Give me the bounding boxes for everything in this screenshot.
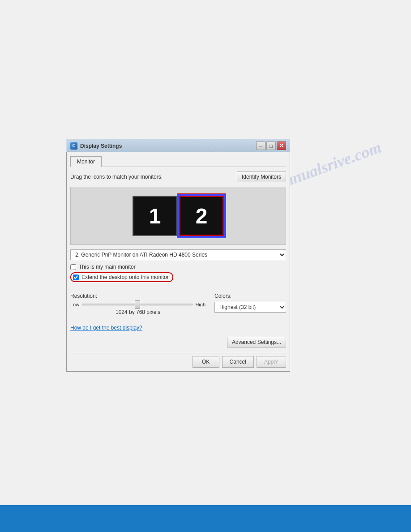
extend-desktop-row: Extend the desktop onto this monitor bbox=[70, 272, 173, 282]
monitor-select[interactable]: 2. Generic PnP Monitor on ATI Radeon HD … bbox=[70, 249, 286, 260]
monitor-dropdown-row: 2. Generic PnP Monitor on ATI Radeon HD … bbox=[70, 249, 286, 260]
extend-row-wrapper: Extend the desktop onto this monitor bbox=[70, 272, 286, 287]
resolution-value: 1024 by 768 pixels bbox=[70, 309, 206, 315]
slider-high-label: High bbox=[195, 302, 206, 307]
checkboxes-area: This is my main monitor Extend the deskt… bbox=[70, 264, 286, 287]
main-monitor-row: This is my main monitor bbox=[70, 264, 286, 270]
colors-column: Colors: Highest (32 bit) bbox=[214, 293, 286, 320]
maximize-button[interactable]: □ bbox=[266, 142, 276, 150]
monitor-1[interactable]: 1 bbox=[133, 196, 177, 236]
close-button[interactable]: ✕ bbox=[277, 142, 286, 150]
bottom-bar bbox=[0, 505, 411, 532]
extend-desktop-checkbox[interactable] bbox=[73, 275, 79, 280]
extend-desktop-label: Extend the desktop onto this monitor bbox=[81, 274, 169, 280]
dialog-title: Display Settings bbox=[80, 143, 256, 149]
resolution-column: Resolution: Low High 1024 by 768 pixels bbox=[70, 293, 206, 320]
resolution-label: Resolution: bbox=[70, 293, 206, 299]
tab-monitor[interactable]: Monitor bbox=[70, 156, 102, 167]
colors-label: Colors: bbox=[214, 293, 286, 299]
colors-select[interactable]: Highest (32 bit) bbox=[214, 302, 286, 313]
title-bar: C Display Settings ─ □ ✕ bbox=[66, 139, 290, 152]
monitors-area: 1 2 bbox=[70, 187, 286, 245]
minimize-button[interactable]: ─ bbox=[256, 142, 265, 150]
tab-bar: Monitor bbox=[70, 156, 286, 167]
monitor-2[interactable]: 2 bbox=[179, 196, 224, 236]
apply-button[interactable]: ApplY bbox=[257, 356, 286, 368]
dialog-body: Monitor Drag the icons to match your mon… bbox=[66, 152, 290, 372]
bottom-buttons: OK Cancel ApplY bbox=[70, 353, 286, 368]
dialog-wrapper: C Display Settings ─ □ ✕ Monitor Drag th… bbox=[66, 139, 290, 372]
instruction-row: Drag the icons to match your monitors. I… bbox=[70, 172, 286, 182]
title-bar-buttons: ─ □ ✕ bbox=[256, 142, 286, 150]
advanced-settings-button[interactable]: Advanced Settings... bbox=[227, 337, 286, 348]
cancel-button[interactable]: Cancel bbox=[222, 356, 254, 368]
ok-button[interactable]: OK bbox=[193, 356, 219, 368]
main-monitor-checkbox[interactable] bbox=[70, 264, 76, 270]
main-monitor-label: This is my main monitor bbox=[79, 264, 136, 270]
resolution-slider[interactable] bbox=[82, 304, 193, 305]
help-link-row: How do I get the best display? bbox=[70, 323, 286, 331]
settings-row: Resolution: Low High 1024 by 768 pixels … bbox=[70, 293, 286, 320]
slider-low-label: Low bbox=[70, 302, 79, 307]
advanced-row: Advanced Settings... bbox=[70, 337, 286, 348]
help-link[interactable]: How do I get the best display? bbox=[70, 325, 142, 331]
identify-monitors-button[interactable]: Identify Monitors bbox=[237, 172, 286, 182]
dialog-icon: C bbox=[70, 142, 77, 150]
slider-container: Low High bbox=[70, 302, 206, 307]
instruction-text: Drag the icons to match your monitors. bbox=[70, 174, 163, 180]
